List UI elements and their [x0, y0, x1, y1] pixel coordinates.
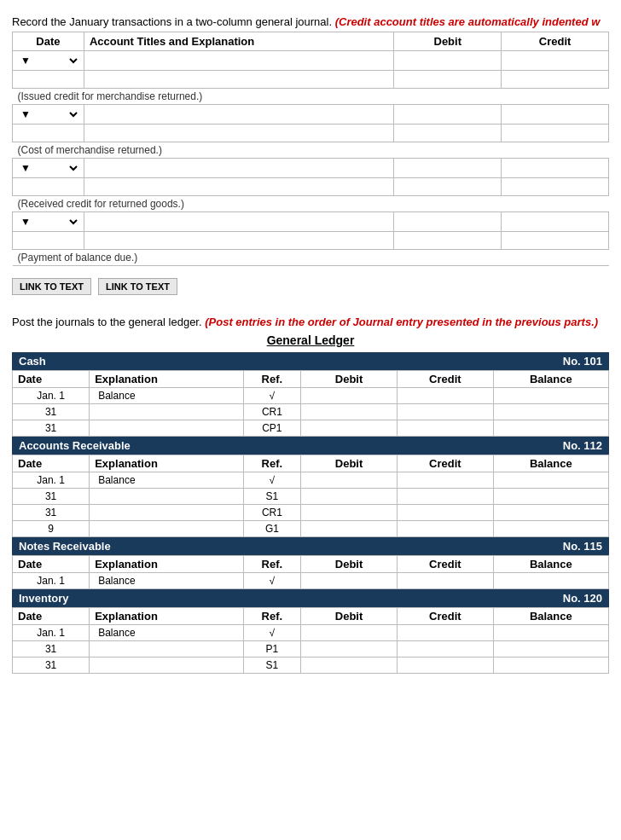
ledger-debit-input-0-0[interactable] — [305, 390, 393, 402]
ledger-balance-input-0-2[interactable] — [497, 422, 605, 434]
ledger-balance-input-1-0[interactable] — [497, 474, 605, 486]
link-to-text-button-2[interactable]: LINK TO TEXT — [98, 278, 177, 295]
ledger-balance-cell-1-3[interactable] — [493, 521, 608, 537]
ledger-credit-cell-1-3[interactable] — [397, 521, 493, 537]
ledger-debit-cell-0-2[interactable] — [301, 420, 398, 437]
ledger-debit-cell-1-3[interactable] — [301, 521, 398, 537]
ledger-credit-input-0-1[interactable] — [401, 406, 490, 418]
ledger-balance-cell-1-2[interactable] — [493, 505, 608, 521]
note-0: (Issued credit for merchandise returned.… — [13, 89, 609, 105]
ledger-balance-input-2-0[interactable] — [497, 575, 605, 587]
date-select-1[interactable]: ▼ — [16, 107, 80, 122]
debit-input-0-1[interactable] — [398, 72, 497, 86]
account-input-2-0[interactable] — [88, 161, 390, 175]
account-input-3-1[interactable] — [88, 234, 390, 247]
ledger-credit-cell-0-0[interactable] — [397, 388, 493, 404]
ledger-credit-cell-3-2[interactable] — [397, 658, 493, 674]
ledger-credit-input-2-0[interactable] — [401, 575, 490, 587]
credit-input-1-1[interactable] — [505, 126, 605, 140]
ledger-credit-input-0-2[interactable] — [401, 422, 490, 434]
ledger-credit-cell-1-1[interactable] — [397, 489, 493, 505]
debit-input-1-0[interactable] — [398, 107, 497, 121]
debit-input-3-0[interactable] — [398, 215, 497, 229]
ledger-credit-cell-0-1[interactable] — [397, 404, 493, 420]
ledger-debit-input-1-3[interactable] — [305, 523, 393, 535]
ledger-credit-cell-2-0[interactable] — [397, 573, 493, 589]
ledger-balance-cell-3-2[interactable] — [493, 658, 608, 674]
ledger-balance-cell-0-0[interactable] — [493, 388, 608, 404]
credit-input-3-1[interactable] — [505, 234, 605, 247]
ledger-debit-input-3-1[interactable] — [305, 643, 393, 655]
ledger-debit-input-1-0[interactable] — [305, 474, 393, 486]
ledger-debit-cell-1-2[interactable] — [301, 505, 398, 521]
ledger-debit-input-0-2[interactable] — [305, 422, 393, 434]
credit-input-3-0[interactable] — [505, 215, 605, 229]
ledger-balance-cell-0-1[interactable] — [493, 404, 608, 420]
date-select-2[interactable]: ▼ — [16, 160, 80, 176]
credit-input-0-0[interactable] — [505, 54, 605, 67]
ledger-credit-input-3-1[interactable] — [401, 643, 490, 655]
ledger-credit-cell-1-2[interactable] — [397, 505, 493, 521]
ledger-balance-input-3-1[interactable] — [497, 643, 605, 655]
date-select-3[interactable]: ▼ — [16, 214, 80, 229]
ledger-expl-0-0: Balance — [90, 388, 243, 404]
ledger-debit-input-3-0[interactable] — [305, 627, 393, 639]
ledger-credit-input-1-3[interactable] — [401, 523, 490, 535]
ledger-debit-cell-3-2[interactable] — [301, 658, 398, 674]
ledger-balance-input-3-0[interactable] — [497, 627, 605, 639]
ledger-debit-cell-1-0[interactable] — [301, 472, 398, 489]
ledger-debit-input-1-1[interactable] — [305, 490, 393, 502]
ledger-balance-cell-0-2[interactable] — [493, 420, 608, 437]
ledger-credit-cell-3-1[interactable] — [397, 641, 493, 658]
account-input-1-1[interactable] — [88, 126, 390, 140]
ledger-debit-input-3-2[interactable] — [305, 659, 393, 671]
ledger-credit-input-0-0[interactable] — [401, 390, 490, 402]
ledger-balance-input-1-3[interactable] — [497, 523, 605, 535]
ledger-balance-input-1-1[interactable] — [497, 490, 605, 502]
ledger-debit-input-0-1[interactable] — [305, 406, 393, 418]
ledger-balance-input-1-2[interactable] — [497, 507, 605, 518]
credit-input-1-0[interactable] — [505, 107, 605, 121]
debit-input-2-0[interactable] — [398, 161, 497, 175]
date-select-0[interactable]: ▼ — [16, 53, 80, 68]
account-input-2-1[interactable] — [88, 180, 390, 194]
ledger-balance-input-0-1[interactable] — [497, 406, 605, 418]
ledger-credit-cell-3-0[interactable] — [397, 625, 493, 641]
ledger-ref-1-3: G1 — [243, 521, 301, 537]
ledger-credit-cell-1-0[interactable] — [397, 472, 493, 489]
ledger-credit-input-1-0[interactable] — [401, 474, 490, 486]
credit-input-2-1[interactable] — [505, 180, 605, 194]
debit-input-1-1[interactable] — [398, 126, 497, 140]
credit-input-0-1[interactable] — [505, 72, 605, 86]
ledger-debit-cell-1-1[interactable] — [301, 489, 398, 505]
ledger-credit-input-1-2[interactable] — [401, 507, 490, 518]
ledger-balance-cell-3-0[interactable] — [493, 625, 608, 641]
ledger-debit-cell-2-0[interactable] — [301, 573, 398, 589]
ledger-balance-input-0-0[interactable] — [497, 390, 605, 402]
ledger-credit-input-3-2[interactable] — [401, 659, 490, 671]
account-input-1-0[interactable] — [88, 107, 390, 121]
ledger-balance-cell-1-1[interactable] — [493, 489, 608, 505]
ledger-debit-cell-0-0[interactable] — [301, 388, 398, 404]
ledger-debit-cell-3-1[interactable] — [301, 641, 398, 658]
ledger-credit-input-1-1[interactable] — [401, 490, 490, 502]
ledger-debit-input-1-2[interactable] — [305, 507, 393, 518]
link-to-text-button-1[interactable]: LINK TO TEXT — [12, 278, 91, 295]
account-input-0-0[interactable] — [88, 54, 390, 67]
ledger-balance-cell-1-0[interactable] — [493, 472, 608, 489]
col-debit: Debit — [394, 32, 502, 51]
debit-input-3-1[interactable] — [398, 234, 497, 247]
debit-input-0-0[interactable] — [398, 54, 497, 67]
credit-input-2-0[interactable] — [505, 161, 605, 175]
ledger-debit-input-2-0[interactable] — [305, 575, 393, 587]
account-input-3-0[interactable] — [88, 215, 390, 229]
ledger-credit-cell-0-2[interactable] — [397, 420, 493, 437]
ledger-balance-input-3-2[interactable] — [497, 659, 605, 671]
ledger-balance-cell-3-1[interactable] — [493, 641, 608, 658]
debit-input-2-1[interactable] — [398, 180, 497, 194]
ledger-debit-cell-3-0[interactable] — [301, 625, 398, 641]
ledger-credit-input-3-0[interactable] — [401, 627, 490, 639]
ledger-debit-cell-0-1[interactable] — [301, 404, 398, 420]
ledger-balance-cell-2-0[interactable] — [493, 573, 608, 589]
account-input-0-1[interactable] — [88, 72, 390, 86]
